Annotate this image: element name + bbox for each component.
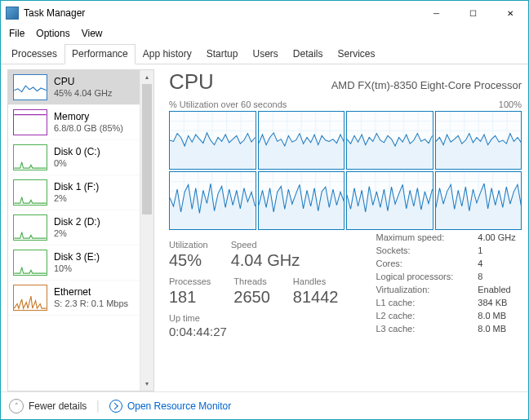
tab-details[interactable]: Details (286, 44, 331, 64)
sidebar-item-sub: 10% (54, 263, 100, 275)
stat-value: 81442 (293, 288, 339, 307)
detail-value: 4.00 GHz (458, 232, 518, 243)
sidebar-item-name: Disk 0 (C:) (54, 146, 100, 158)
window-title: Task Manager (24, 7, 418, 19)
detail-label: L2 cache: (372, 310, 456, 321)
detail-value: 384 KB (458, 297, 518, 308)
menu-view[interactable]: View (77, 26, 108, 41)
graph-max: 100% (499, 99, 522, 109)
sidebar-item-name: Disk 1 (F:) (54, 181, 99, 193)
detail-value: 8.0 MB (458, 323, 518, 334)
scroll-thumb[interactable] (142, 84, 152, 214)
svg-rect-0 (14, 75, 46, 99)
sidebar-item-sub: 45% 4.04 GHz (54, 88, 113, 99)
page-title: CPU (169, 69, 214, 95)
maximize-button[interactable]: ☐ (455, 2, 491, 25)
sidebar-scrollbar[interactable]: ▴ ▾ (140, 70, 153, 391)
core-graph-2[interactable] (346, 111, 433, 170)
sidebar-item-name: Ethernet (54, 286, 128, 298)
svg-rect-1 (14, 110, 46, 135)
sidebar-item-sub: 0% (54, 158, 100, 170)
content-panel: CPU AMD FX(tm)-8350 Eight-Core Processor… (154, 69, 522, 391)
uptime-value: 0:04:44:27 (169, 325, 338, 338)
minimize-button[interactable]: ─ (418, 2, 455, 25)
sidebar-item-memory[interactable]: Memory6.8/8.0 GB (85%) (8, 105, 140, 140)
open-resource-monitor-label: Open Resource Monitor (127, 400, 231, 412)
stat-label: Utilization (169, 240, 208, 250)
detail-label: Virtualization: (372, 284, 456, 295)
sidebar-item-cpu[interactable]: CPU45% 4.04 GHz (8, 70, 140, 105)
sidebar-item-sub: 2% (54, 193, 99, 205)
stat-label: Threads (233, 276, 270, 286)
stat-value: 2650 (233, 288, 270, 307)
sidebar-thumb-icon (13, 144, 47, 170)
tab-startup[interactable]: Startup (199, 44, 246, 64)
menubar: File Options View (1, 25, 528, 42)
tab-users[interactable]: Users (245, 44, 285, 64)
sidebar-thumb-icon (13, 285, 47, 311)
sidebar-thumb-icon (13, 250, 47, 276)
tab-services[interactable]: Services (331, 44, 383, 64)
detail-label: Maximum speed: (372, 232, 456, 243)
stat-label: Processes (169, 276, 211, 286)
core-graph-5[interactable] (258, 171, 345, 230)
detail-value: 8.0 MB (458, 310, 518, 321)
sidebar-item-sub: 6.8/8.0 GB (85%) (54, 123, 123, 135)
footer: ˄ Fewer details │ Open Resource Monitor (1, 391, 528, 419)
tab-performance[interactable]: Performance (64, 44, 136, 64)
resource-monitor-icon (109, 400, 122, 413)
chevron-up-icon: ˄ (9, 399, 24, 413)
core-graph-6[interactable] (346, 171, 433, 230)
titlebar: Task Manager ─ ☐ ✕ (1, 1, 528, 25)
core-graph-7[interactable] (435, 171, 522, 230)
sidebar-item-disk-2-d-[interactable]: Disk 2 (D:)2% (8, 210, 140, 245)
menu-options[interactable]: Options (31, 26, 74, 41)
core-graph-4[interactable] (169, 171, 256, 230)
sidebar: CPU45% 4.04 GHz Memory6.8/8.0 GB (85%) D… (7, 69, 154, 391)
app-icon (6, 7, 19, 20)
core-graph-0[interactable] (169, 111, 256, 170)
stat-value: 45% (169, 251, 208, 270)
stat-value: 181 (169, 288, 211, 307)
stat-label: Handles (293, 276, 339, 286)
close-button[interactable]: ✕ (491, 2, 528, 25)
sidebar-item-name: Disk 2 (D:) (54, 216, 100, 228)
core-graph-1[interactable] (258, 111, 345, 170)
detail-value: Enabled (458, 284, 518, 295)
stat-value: 4.04 GHz (231, 251, 300, 270)
sidebar-item-sub: S: 2.3 R: 0.1 Mbps (54, 298, 128, 310)
scroll-down-icon[interactable]: ▾ (140, 377, 153, 391)
sidebar-item-sub: 2% (54, 228, 100, 240)
sidebar-thumb-icon (13, 214, 47, 241)
open-resource-monitor-link[interactable]: Open Resource Monitor (109, 400, 231, 413)
detail-value: 1 (458, 245, 518, 256)
uptime-label: Up time (169, 313, 338, 323)
detail-value: 4 (458, 258, 518, 269)
tab-processes[interactable]: Processes (4, 44, 64, 64)
cpu-details-table: Maximum speed:4.00 GHzSockets:1Cores:4Lo… (371, 230, 520, 336)
detail-label: L1 cache: (372, 297, 456, 308)
menu-file[interactable]: File (4, 26, 29, 41)
sidebar-item-ethernet[interactable]: EthernetS: 2.3 R: 0.1 Mbps (8, 281, 140, 316)
graph-label: % Utilization over 60 seconds (169, 99, 287, 109)
tab-app-history[interactable]: App history (136, 44, 199, 64)
sidebar-item-name: Disk 3 (E:) (54, 251, 100, 263)
sidebar-thumb-icon (13, 109, 47, 135)
fewer-details-label: Fewer details (29, 400, 87, 412)
detail-label: Sockets: (372, 245, 456, 256)
scroll-up-icon[interactable]: ▴ (140, 70, 153, 84)
detail-label: Cores: (372, 258, 456, 269)
core-graph-grid[interactable] (169, 111, 522, 230)
sidebar-item-name: CPU (54, 76, 113, 88)
sidebar-list[interactable]: CPU45% 4.04 GHz Memory6.8/8.0 GB (85%) D… (8, 70, 140, 391)
fewer-details-button[interactable]: ˄ Fewer details (9, 399, 87, 413)
sidebar-thumb-icon (13, 74, 47, 100)
processor-name: AMD FX(tm)-8350 Eight-Core Processor (331, 79, 522, 91)
stat-label: Speed (231, 240, 300, 250)
sidebar-item-disk-1-f-[interactable]: Disk 1 (F:)2% (8, 175, 140, 210)
core-graph-3[interactable] (435, 111, 522, 170)
sidebar-item-disk-0-c-[interactable]: Disk 0 (C:)0% (8, 140, 140, 175)
detail-label: Logical processors: (372, 271, 456, 282)
detail-label: L3 cache: (372, 323, 456, 334)
sidebar-item-disk-3-e-[interactable]: Disk 3 (E:)10% (8, 245, 140, 281)
